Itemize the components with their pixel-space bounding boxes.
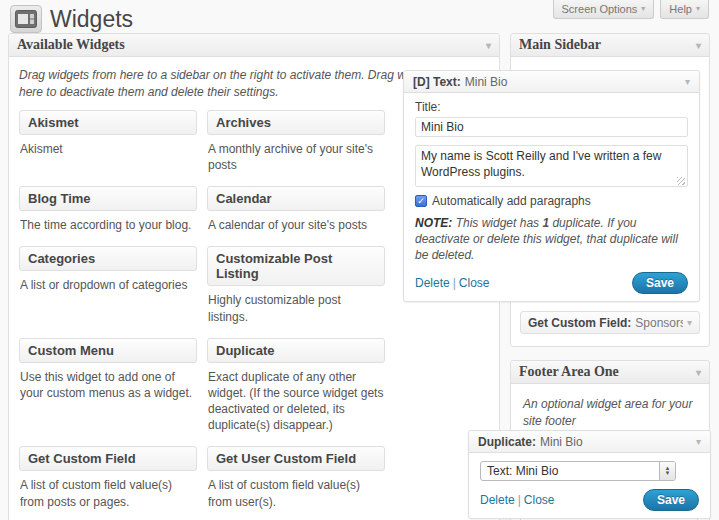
help-button[interactable]: Help ▾ bbox=[660, 0, 709, 19]
sidebar-widget-get-custom-field[interactable]: Get Custom Field: Sponsors ▾ bbox=[520, 311, 700, 334]
widget-description: Use this widget to add one of your custo… bbox=[20, 369, 196, 401]
widget-drag-handle[interactable]: Calendar bbox=[207, 186, 385, 211]
selected-option: Text: Mini Bio bbox=[481, 464, 659, 478]
note-keyword: NOTE: bbox=[415, 216, 452, 230]
duplicate-source-select[interactable]: Text: Mini Bio ▲ ▼ bbox=[480, 461, 676, 481]
widget-drag-handle[interactable]: Categories bbox=[19, 246, 197, 271]
widget-description: The time according to your blog. bbox=[20, 217, 196, 233]
widgets-icon bbox=[10, 5, 42, 33]
widget-links: Delete|Close bbox=[415, 276, 632, 290]
save-button[interactable]: Save bbox=[632, 272, 688, 294]
page-header: Widgets bbox=[10, 5, 133, 33]
text-widget-actions: Delete|Close Save bbox=[415, 272, 688, 294]
close-link[interactable]: Close bbox=[459, 276, 490, 290]
available-widget-card: Akismet Akismet bbox=[19, 110, 197, 173]
widget-drag-handle[interactable]: Blog Time bbox=[19, 186, 197, 211]
title-field-label: Title: bbox=[415, 100, 688, 114]
link-separator: | bbox=[518, 493, 521, 507]
widget-drag-handle[interactable]: Customizable Post Listing bbox=[207, 246, 385, 286]
widgets-admin-page: Screen Options ▾ Help ▾ Widgets Availabl… bbox=[0, 0, 719, 520]
available-widget-card: Blog Time The time according to your blo… bbox=[19, 186, 197, 233]
duplicate-widget-actions: Delete|Close Save bbox=[480, 489, 699, 511]
widget-description: A calendar of your site's posts bbox=[208, 217, 384, 233]
available-widget-card: Duplicate Exact duplicate of any other w… bbox=[207, 338, 385, 434]
widget-description: Exact duplicate of any other widget. (If… bbox=[208, 369, 384, 434]
text-widget-header[interactable]: [D] Text: Mini Bio ▾ bbox=[404, 71, 699, 93]
available-widget-card: Get User Custom Field A list of custom f… bbox=[207, 446, 385, 509]
widget-name: Get Custom Field: bbox=[528, 316, 631, 330]
help-label: Help bbox=[669, 3, 692, 15]
widget-drag-handle[interactable]: Get User Custom Field bbox=[207, 446, 385, 471]
duplicate-widget-header[interactable]: Duplicate: Mini Bio ▾ bbox=[469, 431, 710, 453]
widget-toggle-icon[interactable]: ▾ bbox=[687, 317, 692, 328]
footer-area-description: An optional widget area for your site fo… bbox=[523, 396, 697, 431]
duplicate-note: NOTE: This widget has 1 duplicate. If yo… bbox=[415, 215, 688, 264]
panel-toggle-icon[interactable]: ▾ bbox=[696, 40, 701, 51]
admin-tabs: Screen Options ▾ Help ▾ bbox=[553, 0, 709, 19]
widget-text-textarea[interactable]: My name is Scott Reilly and I've written… bbox=[415, 145, 688, 187]
widget-instance-title: Mini Bio bbox=[465, 75, 681, 89]
note-count: 1 bbox=[542, 216, 549, 230]
stepper-down-icon: ▼ bbox=[665, 471, 671, 476]
select-stepper-icon: ▲ ▼ bbox=[659, 462, 675, 480]
textarea-wrap: My name is Scott Reilly and I've written… bbox=[415, 137, 688, 190]
available-widget-card: Categories A list or dropdown of categor… bbox=[19, 246, 197, 324]
select-row: Text: Mini Bio ▲ ▼ bbox=[480, 461, 699, 481]
available-widget-card: Custom Menu Use this widget to add one o… bbox=[19, 338, 197, 434]
available-widget-card: Customizable Post Listing Highly customi… bbox=[207, 246, 385, 324]
chevron-down-icon: ▾ bbox=[641, 4, 645, 13]
widget-toggle-icon[interactable]: ▾ bbox=[685, 76, 690, 87]
widget-name: [D] Text: bbox=[413, 75, 461, 89]
footer-area-title: Footer Area One bbox=[519, 364, 619, 380]
widget-drag-handle[interactable]: Custom Menu bbox=[19, 338, 197, 363]
main-sidebar-header: Main Sidebar ▾ bbox=[511, 34, 709, 57]
widget-drag-handle[interactable]: Archives bbox=[207, 110, 385, 135]
save-button[interactable]: Save bbox=[643, 489, 699, 511]
available-widget-card: Get Custom Field A list of custom field … bbox=[19, 446, 197, 509]
duplicate-widget-open: Duplicate: Mini Bio ▾ Text: Mini Bio ▲ ▼… bbox=[468, 430, 711, 519]
close-link[interactable]: Close bbox=[524, 493, 555, 507]
autop-label: Automatically add paragraphs bbox=[432, 194, 591, 208]
panel-toggle-icon[interactable]: ▾ bbox=[486, 40, 491, 51]
main-sidebar-title: Main Sidebar bbox=[519, 37, 601, 53]
widget-toggle-icon[interactable]: ▾ bbox=[696, 436, 701, 447]
autop-row: ✓ Automatically add paragraphs bbox=[415, 194, 688, 208]
widget-name: Duplicate: bbox=[478, 435, 536, 449]
duplicate-widget-form: Text: Mini Bio ▲ ▼ Delete|Close Save bbox=[469, 453, 710, 518]
text-widget-open: [D] Text: Mini Bio ▾ Title: My name is S… bbox=[403, 70, 700, 302]
screen-options-button[interactable]: Screen Options ▾ bbox=[553, 0, 655, 19]
widget-description: A list of custom field value(s) from use… bbox=[208, 477, 384, 509]
screen-options-label: Screen Options bbox=[562, 3, 638, 15]
widget-drag-handle[interactable]: Get Custom Field bbox=[19, 446, 197, 471]
widget-links: Delete|Close bbox=[480, 493, 643, 507]
note-text-pre: This widget has bbox=[456, 216, 539, 230]
link-separator: | bbox=[453, 276, 456, 290]
text-widget-form: Title: My name is Scott Reilly and I've … bbox=[404, 93, 699, 301]
widget-title-input[interactable] bbox=[415, 117, 688, 137]
widget-description: Highly customizable post listings. bbox=[208, 292, 384, 324]
widget-drag-handle[interactable]: Duplicate bbox=[207, 338, 385, 363]
delete-link[interactable]: Delete bbox=[480, 493, 515, 507]
delete-link[interactable]: Delete bbox=[415, 276, 450, 290]
available-widget-card: Archives A monthly archive of your site'… bbox=[207, 110, 385, 173]
widgets-icon-glyph bbox=[15, 10, 37, 28]
widget-description: A monthly archive of your site's posts bbox=[208, 141, 384, 173]
autop-checkbox[interactable]: ✓ bbox=[415, 195, 427, 207]
widget-description: A list of custom field value(s) from pos… bbox=[20, 477, 196, 509]
widget-drag-handle[interactable]: Akismet bbox=[19, 110, 197, 135]
widget-instance-title: Mini Bio bbox=[540, 435, 692, 449]
available-widgets-header: Available Widgets ▾ bbox=[9, 34, 499, 57]
widget-description: A list or dropdown of categories bbox=[20, 277, 196, 293]
page-title: Widgets bbox=[50, 6, 133, 33]
widget-description: Akismet bbox=[20, 141, 196, 157]
footer-area-header: Footer Area One ▾ bbox=[511, 361, 709, 384]
panel-toggle-icon[interactable]: ▾ bbox=[696, 367, 701, 378]
chevron-down-icon: ▾ bbox=[696, 4, 700, 13]
available-widgets-title: Available Widgets bbox=[17, 37, 125, 53]
available-widget-card: Calendar A calendar of your site's posts bbox=[207, 186, 385, 233]
widget-instance-title: Sponsors bbox=[635, 316, 683, 330]
